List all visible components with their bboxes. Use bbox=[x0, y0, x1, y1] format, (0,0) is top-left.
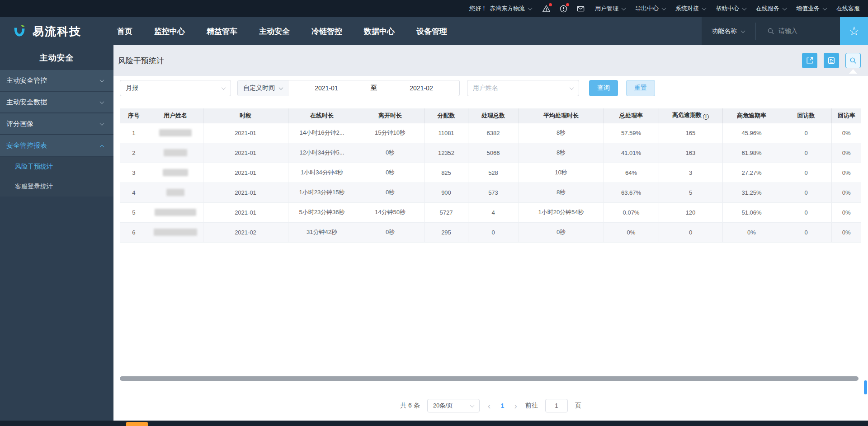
nav-item-首页[interactable]: 首页 bbox=[117, 26, 132, 37]
nav-item-设备管理[interactable]: 设备管理 bbox=[416, 26, 447, 37]
company-name: 赤湾东方物流 bbox=[490, 5, 525, 13]
sidebar-item-风险干预统计[interactable]: 风险干预统计 bbox=[0, 157, 113, 177]
sidebar-group-安全管控报表[interactable]: 安全管控报表 bbox=[0, 135, 113, 156]
cell-高危逾期数: 163 bbox=[659, 143, 722, 163]
top-menu-帮助中心[interactable]: 帮助中心 bbox=[716, 5, 746, 13]
cell-离开时长: 15分钟10秒 bbox=[356, 123, 425, 143]
cell-高危逾期数: 0 bbox=[659, 222, 722, 242]
cell-回访率: 0% bbox=[831, 163, 861, 183]
page-size-select[interactable]: 20条/页 bbox=[427, 399, 480, 412]
cell-回访率: 0% bbox=[831, 123, 861, 143]
global-search[interactable]: 请输入 bbox=[767, 27, 830, 35]
date-from-input[interactable]: 2021-01 bbox=[288, 80, 364, 96]
nav-item-冷链智控[interactable]: 冷链智控 bbox=[311, 26, 342, 37]
cell-序号: 3 bbox=[120, 163, 148, 183]
favorites-button[interactable]: ☆ bbox=[840, 17, 868, 45]
page-number-1[interactable]: 1 bbox=[499, 402, 506, 409]
time-mode-select[interactable]: 自定义时间 bbox=[238, 80, 288, 96]
cell-分配数: 295 bbox=[425, 222, 468, 242]
cell-序号: 6 bbox=[120, 222, 148, 242]
top-menu-增值业务[interactable]: 增值业务 bbox=[796, 5, 826, 13]
cell-高危逾期率: 45.96% bbox=[722, 123, 781, 143]
chevron-down-icon bbox=[742, 6, 747, 10]
function-name-dropdown[interactable]: 功能名称 bbox=[712, 27, 745, 35]
next-page-button[interactable]: › bbox=[513, 401, 518, 411]
chevron-down-icon bbox=[528, 6, 533, 10]
mail-icon[interactable] bbox=[576, 4, 585, 13]
cell-处理总数: 4 bbox=[468, 202, 519, 222]
sidebar-title: 主动安全 bbox=[0, 45, 113, 70]
chevron-down-icon bbox=[702, 6, 707, 10]
cell-平均处理时长: 8秒 bbox=[519, 143, 604, 163]
report-type-select[interactable]: 月报 bbox=[120, 80, 231, 96]
query-button[interactable]: 查询 bbox=[589, 80, 618, 96]
cell-回访数: 0 bbox=[781, 222, 831, 242]
search-input[interactable]: 请输入 bbox=[778, 27, 797, 35]
chevron-down-icon bbox=[222, 85, 226, 90]
star-icon: ☆ bbox=[849, 24, 859, 38]
chevron-down-icon bbox=[741, 28, 745, 33]
info-icon[interactable]: ! bbox=[703, 114, 709, 120]
cell-时段: 2021-01 bbox=[203, 202, 288, 222]
column-header-平均处理时长: 平均处理时长 bbox=[519, 108, 604, 123]
sidebar-group-主动安全管控[interactable]: 主动安全管控 bbox=[0, 70, 113, 91]
table-row: 52021-015小时23分钟36秒14分钟50秒572741小时20分钟54秒… bbox=[120, 202, 861, 222]
table-header-row: 序号用户姓名时段在线时长离开时长分配数处理总数平均处理时长总处理率高危逾期数!高… bbox=[120, 108, 861, 123]
prev-page-button[interactable]: ‹ bbox=[487, 401, 492, 411]
top-menu-用户管理[interactable]: 用户管理 bbox=[595, 5, 625, 13]
cell-总处理率: 0.07% bbox=[604, 202, 659, 222]
alert-circle-icon[interactable] bbox=[559, 4, 568, 13]
cell-高危逾期率: 51.06% bbox=[722, 202, 781, 222]
cell-回访率: 0% bbox=[831, 143, 861, 163]
cell-时段: 2021-01 bbox=[203, 183, 288, 202]
bottom-orange-tab[interactable] bbox=[126, 422, 148, 426]
chevron-up-icon bbox=[100, 145, 104, 149]
online-service-link[interactable]: 在线客服 bbox=[836, 5, 860, 13]
cell-高危逾期数: 5 bbox=[659, 183, 722, 202]
column-header-回访率: 回访率 bbox=[831, 108, 861, 123]
search-icon bbox=[767, 27, 775, 35]
account-dropdown[interactable]: 您好！ 赤湾东方物流 bbox=[469, 5, 532, 13]
vertical-scrollbar-thumb[interactable] bbox=[864, 380, 867, 394]
top-menu-导出中心[interactable]: 导出中心 bbox=[635, 5, 665, 13]
horizontal-scrollbar[interactable] bbox=[120, 376, 859, 381]
reset-button[interactable]: 重置 bbox=[626, 80, 655, 96]
sidebar-group-评分画像[interactable]: 评分画像 bbox=[0, 113, 113, 134]
nav-item-监控中心[interactable]: 监控中心 bbox=[154, 26, 185, 37]
brand[interactable]: 易流科技 bbox=[0, 17, 113, 45]
goto-page-input[interactable]: 1 bbox=[545, 399, 568, 412]
cell-分配数: 825 bbox=[425, 163, 468, 183]
sidebar-item-客服登录统计[interactable]: 客服登录统计 bbox=[0, 177, 113, 197]
date-to-input[interactable]: 2021-02 bbox=[383, 80, 459, 96]
table-row: 42021-011小时23分钟15秒0秒9005738秒63.67%531.25… bbox=[120, 183, 861, 202]
nav-item-主动安全[interactable]: 主动安全 bbox=[259, 26, 290, 37]
chevron-down-icon bbox=[100, 99, 104, 104]
report-config-button[interactable] bbox=[824, 53, 839, 68]
sidebar-group-主动安全数据[interactable]: 主动安全数据 bbox=[0, 92, 113, 112]
nav-item-数据中心[interactable]: 数据中心 bbox=[364, 26, 395, 37]
cell-高危逾期数: 120 bbox=[659, 202, 722, 222]
top-menu-系统对接[interactable]: 系统对接 bbox=[675, 5, 706, 13]
user-name-redacted bbox=[148, 183, 203, 202]
nav-item-精益管车[interactable]: 精益管车 bbox=[207, 26, 237, 37]
redacted-blur bbox=[155, 209, 196, 216]
cell-序号: 4 bbox=[120, 183, 148, 202]
warning-triangle-icon[interactable] bbox=[542, 4, 551, 13]
search-toggle-button[interactable] bbox=[845, 53, 861, 68]
header-toolbar bbox=[802, 53, 861, 68]
column-header-高危逾期数: 高危逾期数! bbox=[659, 108, 722, 123]
user-name-select[interactable]: 用户姓名 bbox=[467, 80, 579, 96]
top-menus: 用户管理导出中心系统对接帮助中心在线服务增值业务 bbox=[595, 5, 826, 13]
redacted-blur bbox=[159, 129, 192, 136]
top-menu-在线服务[interactable]: 在线服务 bbox=[756, 5, 786, 13]
cell-离开时长: 0秒 bbox=[356, 163, 425, 183]
cell-处理总数: 573 bbox=[468, 183, 519, 202]
statistics-table: 序号用户姓名时段在线时长离开时长分配数处理总数平均处理时长总处理率高危逾期数!高… bbox=[120, 108, 861, 243]
cell-离开时长: 0秒 bbox=[356, 222, 425, 242]
column-header-在线时长: 在线时长 bbox=[288, 108, 356, 123]
content-area: 风险干预统计 月报 bbox=[113, 45, 868, 426]
export-button[interactable] bbox=[802, 53, 817, 68]
brand-logo-icon bbox=[11, 23, 28, 40]
cell-回访数: 0 bbox=[781, 183, 831, 202]
chevron-down-icon bbox=[279, 85, 283, 90]
